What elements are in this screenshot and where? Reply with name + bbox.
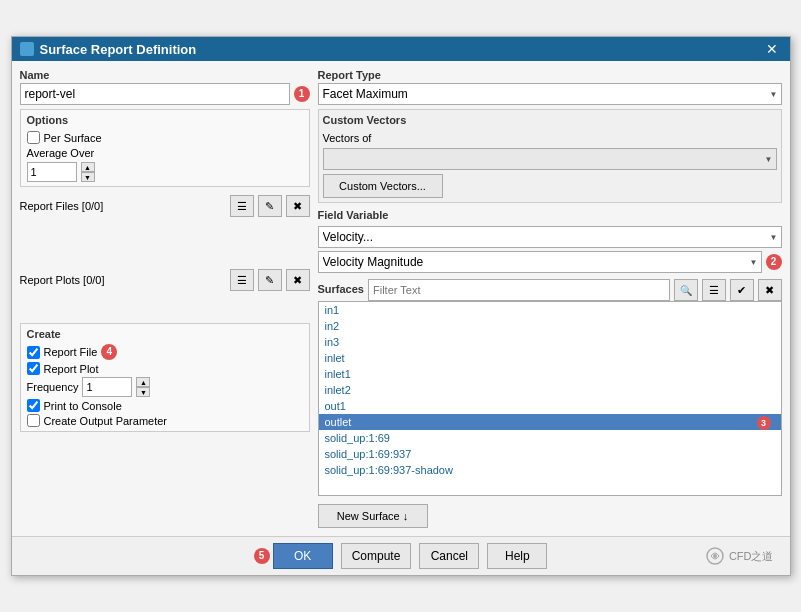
report-files-edit-btn[interactable]: ✎ xyxy=(258,195,282,217)
report-files-list-btn[interactable]: ☰ xyxy=(230,195,254,217)
report-plot-label: Report Plot xyxy=(44,363,99,375)
print-console-row: Print to Console xyxy=(27,399,303,412)
surfaces-list[interactable]: in1in2in3inletinlet1inlet2out1outlet3sol… xyxy=(318,301,782,496)
report-files-row: Report Files [0/0] ☰ ✎ ✖ xyxy=(20,195,310,217)
button-group: 5 OK Compute Cancel Help xyxy=(254,543,548,569)
report-file-checkbox[interactable] xyxy=(27,346,40,359)
vectors-of-dropdown[interactable] xyxy=(323,148,777,170)
report-type-dropdown-wrapper: Facet Maximum Facet Minimum Facet Averag… xyxy=(318,83,782,105)
ok-wrapper: 5 OK xyxy=(254,543,333,569)
options-label: Options xyxy=(27,114,303,126)
field-var-dropdown2-wrapper: Velocity Magnitude xyxy=(318,251,762,273)
report-plots-list-btn[interactable]: ☰ xyxy=(230,269,254,291)
custom-vectors-label: Custom Vectors xyxy=(323,114,777,126)
surface-item[interactable]: inlet xyxy=(319,350,781,366)
surface-item[interactable]: in1 xyxy=(319,302,781,318)
surfaces-x-btn[interactable]: ✖ xyxy=(758,279,782,301)
frequency-row: Frequency ▲ ▼ xyxy=(27,377,303,397)
new-surface-button[interactable]: New Surface ↓ xyxy=(318,504,428,528)
report-plots-del-btn[interactable]: ✖ xyxy=(286,269,310,291)
create-output-row: Create Output Parameter xyxy=(27,414,303,427)
spacer2 xyxy=(20,295,310,315)
field-var-dropdown1[interactable]: Velocity... xyxy=(318,226,782,248)
surfaces-section: Surfaces 🔍 ☰ ✔ ✖ in1in2in3inletinlet1inl… xyxy=(318,277,782,528)
create-output-checkbox[interactable] xyxy=(27,414,40,427)
dialog-title: Surface Report Definition xyxy=(40,42,197,57)
report-plot-row: Report Plot xyxy=(27,362,303,375)
surface-item[interactable]: inlet2 xyxy=(319,382,781,398)
name-input[interactable] xyxy=(20,83,290,105)
cancel-button[interactable]: Cancel xyxy=(419,543,479,569)
cfd-logo-text: CFD之道 xyxy=(729,549,774,564)
per-surface-checkbox[interactable] xyxy=(27,131,40,144)
surfaces-label: Surfaces xyxy=(318,283,364,295)
spinner-up[interactable]: ▲ xyxy=(81,162,95,172)
report-type-label: Report Type xyxy=(318,69,782,81)
custom-vectors-button[interactable]: Custom Vectors... xyxy=(323,174,443,198)
cfd-icon xyxy=(705,546,725,566)
new-surface-row: New Surface ↓ 3 xyxy=(318,500,782,528)
surface-report-dialog: Surface Report Definition ✕ Name 1 Optio… xyxy=(11,36,791,576)
dialog-body: Name 1 Options Per Surface Average Over xyxy=(12,61,790,536)
print-console-label: Print to Console xyxy=(44,400,122,412)
surface-item[interactable]: in3 xyxy=(319,334,781,350)
field-variable-label: Field Variable xyxy=(318,209,782,221)
create-output-label: Create Output Parameter xyxy=(44,415,168,427)
top-row: Name 1 Options Per Surface Average Over xyxy=(20,69,782,528)
per-surface-label: Per Surface xyxy=(44,132,102,144)
options-box: Options Per Surface Average Over ▲ ▼ xyxy=(20,109,310,187)
average-over-row: Average Over xyxy=(27,147,303,159)
report-files-del-btn[interactable]: ✖ xyxy=(286,195,310,217)
close-button[interactable]: ✕ xyxy=(762,41,782,57)
vectors-of-label: Vectors of xyxy=(323,132,777,144)
bottom-bar: 5 OK Compute Cancel Help CFD之道 xyxy=(12,536,790,575)
report-plots-edit-btn[interactable]: ✎ xyxy=(258,269,282,291)
surfaces-filter-input[interactable] xyxy=(368,279,670,301)
surface-item[interactable]: solid_up:1:69 xyxy=(319,430,781,446)
per-surface-row: Per Surface xyxy=(27,131,303,144)
field-var-dropdown1-wrapper: Velocity... xyxy=(318,226,782,248)
surface-item[interactable]: inlet1 xyxy=(319,366,781,382)
report-type-dropdown[interactable]: Facet Maximum Facet Minimum Facet Averag… xyxy=(318,83,782,105)
compute-button[interactable]: Compute xyxy=(341,543,412,569)
dialog-icon xyxy=(20,42,34,56)
surface-item[interactable]: out1 xyxy=(319,398,781,414)
frequency-down[interactable]: ▼ xyxy=(136,387,150,397)
average-over-input[interactable] xyxy=(27,162,77,182)
surface-item[interactable]: solid_up:1:69:937 xyxy=(319,446,781,462)
spinner-buttons: ▲ ▼ xyxy=(81,162,95,182)
surfaces-check-btn[interactable]: ✔ xyxy=(730,279,754,301)
surfaces-search-btn[interactable]: 🔍 xyxy=(674,279,698,301)
average-over-input-row: ▲ ▼ xyxy=(27,162,303,182)
report-file-row: Report File 4 xyxy=(27,344,303,360)
report-plot-checkbox[interactable] xyxy=(27,362,40,375)
ok-badge: 5 xyxy=(254,548,270,564)
create-label: Create xyxy=(27,328,61,340)
name-label: Name xyxy=(20,69,310,81)
frequency-input[interactable] xyxy=(82,377,132,397)
average-over-label: Average Over xyxy=(27,147,95,159)
name-section: Name 1 xyxy=(20,69,310,105)
report-files-label: Report Files [0/0] xyxy=(20,200,226,212)
ok-button[interactable]: OK xyxy=(273,543,333,569)
field-var-dropdown2[interactable]: Velocity Magnitude xyxy=(318,251,762,273)
frequency-up[interactable]: ▲ xyxy=(136,377,150,387)
left-column: Name 1 Options Per Surface Average Over xyxy=(20,69,310,528)
surface-item[interactable]: outlet3 xyxy=(319,414,781,430)
cfd-logo-area: CFD之道 xyxy=(705,546,774,566)
right-column: Report Type Facet Maximum Facet Minimum … xyxy=(318,69,782,528)
surface-item[interactable]: in2 xyxy=(319,318,781,334)
help-button[interactable]: Help xyxy=(487,543,547,569)
report-plots-label: Report Plots [0/0] xyxy=(20,274,226,286)
create-box: Create Report File 4 Report Plot Frequen… xyxy=(20,323,310,432)
create-badge: 4 xyxy=(101,344,117,360)
spinner-down[interactable]: ▼ xyxy=(81,172,95,182)
field-var-badge: 2 xyxy=(766,254,782,270)
print-console-checkbox[interactable] xyxy=(27,399,40,412)
surfaces-list-btn[interactable]: ☰ xyxy=(702,279,726,301)
outlet-badge: 3 xyxy=(757,416,771,430)
title-bar: Surface Report Definition ✕ xyxy=(12,37,790,61)
surface-item[interactable]: solid_up:1:69:937-shadow xyxy=(319,462,781,478)
surfaces-header: Surfaces 🔍 ☰ ✔ ✖ xyxy=(318,279,782,301)
report-file-label: Report File xyxy=(44,346,98,358)
